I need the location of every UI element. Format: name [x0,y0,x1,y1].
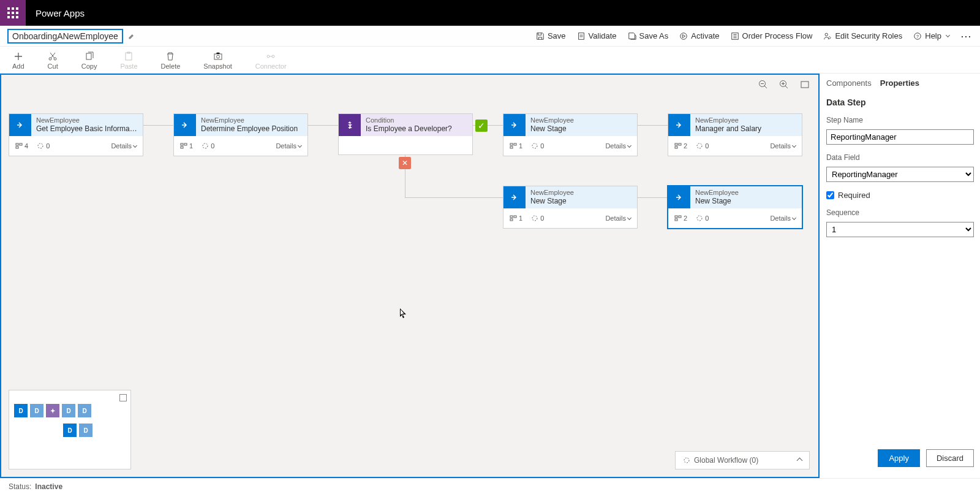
svg-rect-36 [510,219,513,221]
stage-manager-salary[interactable]: NewEmployeeManager and Salary 2 0 Detail… [668,113,802,156]
global-workflow-bar[interactable]: Global Workflow (0) [675,451,810,469]
minimap-expand-icon[interactable] [119,394,127,401]
svg-rect-39 [679,216,681,218]
svg-rect-28 [510,146,513,148]
stage-new-stage-bottom-left[interactable]: NewEmployeeNew Stage 1 0 Details [503,186,638,229]
help-button[interactable]: ?Help [913,31,949,40]
svg-point-25 [203,143,208,148]
svg-rect-40 [675,219,677,221]
add-button[interactable]: Add [12,51,24,70]
stage-icon [503,186,526,208]
suite-header: Power Apps [0,0,980,26]
edit-security-button[interactable]: Edit Security Roles [823,31,902,40]
svg-point-29 [532,143,537,148]
edit-name-icon[interactable] [128,32,135,40]
svg-point-13 [267,55,270,58]
waffle-icon [7,7,18,18]
svg-rect-8 [86,53,91,59]
required-checkbox[interactable] [826,191,834,199]
activate-button[interactable]: Activate [679,31,719,40]
svg-point-21 [38,143,43,148]
svg-rect-34 [510,216,513,218]
svg-point-41 [697,216,702,221]
condition-icon [339,114,361,136]
fit-screen-icon[interactable] [800,80,810,89]
details-toggle[interactable]: Details [605,215,631,222]
sequence-select[interactable]: 1 [826,222,974,237]
tab-components[interactable]: Components [826,78,872,89]
svg-rect-22 [181,143,183,145]
svg-rect-9 [126,53,132,60]
zoom-out-icon[interactable] [758,80,768,89]
stage-get-basic-info[interactable]: NewEmployeeGet Employee Basic Informatio… [9,113,143,156]
snapshot-button[interactable]: Snapshot [203,51,232,70]
details-toggle[interactable]: Details [770,142,796,150]
svg-rect-23 [184,143,187,145]
zoom-in-icon[interactable] [779,80,789,89]
discard-button[interactable]: Discard [926,449,974,467]
stage-new-stage-top[interactable]: NewEmployeeNew Stage 1 0 Details [503,113,638,156]
status-value: Inactive [35,482,62,491]
svg-rect-35 [514,216,516,218]
condition-no-icon: ✕ [399,157,411,169]
steps-count: 4 [15,142,28,150]
data-field-select[interactable]: ReportingManager [826,167,974,182]
svg-rect-26 [510,143,513,145]
required-checkbox-row[interactable]: Required [826,191,974,200]
more-menu[interactable]: ⋯ [960,29,973,43]
minimap[interactable]: DD✦DD DD [9,390,131,469]
status-bar: Status: Inactive [0,478,980,494]
details-toggle[interactable]: Details [276,142,301,150]
save-button[interactable]: Save [536,31,566,40]
delete-button[interactable]: Delete [161,51,181,70]
cursor-icon [400,308,409,319]
stage-determine-position[interactable]: NewEmployeeDetermine Employee Position 1… [173,113,308,156]
condition-yes-icon: ✓ [475,120,488,132]
svg-point-12 [216,55,219,58]
cut-button[interactable]: Cut [48,51,58,70]
command-bar: OnboardingANewEmployee Save Validate Sav… [0,26,980,47]
data-field-label: Data Field [826,153,974,162]
details-toggle[interactable]: Details [111,142,137,150]
stage-new-stage-selected[interactable]: NewEmployeeNew Stage 2 0 Details [668,186,802,229]
stage-icon [9,114,31,136]
svg-rect-38 [675,216,677,218]
copy-button[interactable]: Copy [81,51,97,70]
svg-rect-32 [675,146,677,148]
svg-point-3 [825,33,827,36]
order-flow-button[interactable]: Order Process Flow [731,31,813,40]
svg-rect-17 [801,82,809,88]
flow-name[interactable]: OnboardingANewEmployee [7,29,123,44]
svg-rect-31 [679,143,681,145]
panel-heading: Data Step [826,97,974,107]
step-name-input[interactable] [826,129,974,145]
stage-icon [503,114,526,136]
app-launcher[interactable] [0,0,26,26]
process-canvas[interactable]: ✓ ✕ NewEmployeeGet Employee Basic Inform… [0,74,820,478]
sequence-label: Sequence [826,208,974,217]
svg-rect-18 [16,143,18,145]
editor-toolbar: Add Cut Copy Paste Delete Snapshot Conne… [0,47,980,74]
svg-rect-11 [214,54,222,59]
validate-button[interactable]: Validate [577,31,617,40]
details-toggle[interactable]: Details [770,215,796,222]
svg-point-37 [532,216,537,221]
svg-rect-0 [578,32,584,39]
condition-is-developer[interactable]: ConditionIs Employee a Developer? [338,113,473,155]
stage-icon [174,114,196,136]
svg-point-14 [272,55,274,58]
details-toggle[interactable]: Details [605,142,631,150]
stage-icon [668,186,690,208]
svg-rect-30 [675,143,677,145]
svg-text:?: ? [916,34,919,38]
tab-properties[interactable]: Properties [880,78,919,89]
save-as-button[interactable]: Save As [628,31,669,40]
svg-point-42 [684,458,689,463]
svg-rect-20 [16,146,18,148]
properties-panel: Components Properties Data Step Step Nam… [820,74,980,478]
svg-rect-19 [20,143,22,145]
chevron-up-icon [797,457,803,463]
app-title: Power Apps [26,8,94,18]
apply-button[interactable]: Apply [878,449,920,467]
process-count: 0 [37,142,50,150]
